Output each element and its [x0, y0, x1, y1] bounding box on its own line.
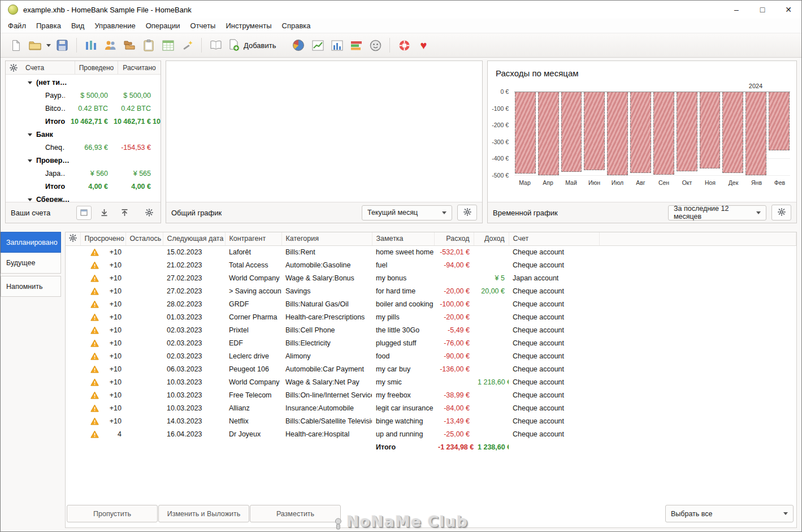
statistics-report-button[interactable] [289, 36, 308, 55]
account-row[interactable]: Итого10 462,71 €10 462,71 €10 [6, 115, 161, 128]
manage-payees-button[interactable] [101, 36, 120, 55]
menu-item[interactable]: Файл [3, 19, 31, 32]
next-date-cell: 10.03.2023 [163, 388, 225, 401]
manage-accounts-button[interactable] [81, 36, 101, 55]
scheduled-row[interactable]: +1027.02.2023World CompanyWage & Salary:… [66, 271, 796, 284]
column-header[interactable]: Заметка [372, 232, 434, 245]
menu-item[interactable]: Правка [31, 19, 66, 32]
close-button[interactable]: ✕ [775, 1, 801, 19]
manage-categories-button[interactable] [120, 36, 139, 55]
account-group-row[interactable]: Сбереж… [6, 193, 161, 202]
next-date-cell: 01.03.2023 [163, 310, 225, 323]
side-tab[interactable]: Будущее [1, 253, 61, 274]
maximize-button[interactable]: □ [749, 1, 775, 19]
scheduled-row[interactable]: +1006.03.2023Peugeot 106Automobile:Car P… [66, 362, 796, 375]
show-account-window-button[interactable] [76, 206, 92, 220]
overview-range-select[interactable]: Текущий месяц [362, 205, 452, 220]
income-cell [474, 388, 509, 401]
add-transaction-button[interactable]: Добавить [226, 36, 279, 55]
column-header[interactable]: Контрагент [225, 232, 281, 245]
expander-icon[interactable] [28, 133, 32, 139]
expander-icon[interactable] [28, 159, 32, 165]
scheduled-row[interactable]: 416.04.2023Dr JoyeuxHealth-care:Hospital… [66, 427, 796, 440]
action-button[interactable]: Разместить [250, 505, 341, 522]
account-group-row[interactable]: Банк [6, 128, 161, 141]
open-recent-dropdown[interactable] [45, 36, 53, 55]
scheduled-row[interactable]: +1015.02.2023LaforêtBills:Renthome sweet… [66, 245, 796, 258]
table-columns-gear-icon[interactable] [69, 236, 77, 244]
expand-all-button[interactable] [97, 206, 112, 220]
save-file-button[interactable] [53, 36, 72, 55]
column-header[interactable]: Просрочено [80, 232, 125, 245]
menu-item[interactable]: Управление [89, 19, 140, 32]
account-row[interactable]: Bitco…0.42 BTC0.42 BTC [6, 102, 161, 115]
account-group-row[interactable]: (нет ти… [6, 76, 161, 89]
scheduled-row[interactable]: +1002.03.2023EDFBills:Electricityplugged… [66, 336, 796, 349]
donate-button[interactable]: ♥ [414, 36, 433, 55]
scheduled-row[interactable]: +1010.03.2023Free TelecomBills:On-line/I… [66, 388, 796, 401]
category-cell: Bills:Cell Phone [281, 323, 372, 336]
minimize-button[interactable]: – [723, 1, 749, 19]
vehicle-cost-report-button[interactable] [366, 36, 385, 55]
account-row[interactable]: Payp…$ 500,00$ 500,00 [6, 89, 161, 102]
accounts-columns-gear-icon[interactable] [6, 64, 21, 72]
overdue-count: +10 [110, 313, 122, 321]
scheduled-row[interactable]: +1021.02.2023Total AccessAutomobile:Gaso… [66, 258, 796, 271]
gear-icon [463, 208, 471, 218]
collapse-all-button[interactable] [117, 206, 132, 220]
account-row[interactable]: Cheq…66,93 €-154,53 € [6, 141, 161, 154]
column-header-cleared[interactable]: Проведено [75, 61, 118, 74]
manage-budget-button[interactable] [158, 36, 177, 55]
balance-report-button[interactable] [327, 36, 346, 55]
side-tab[interactable]: Напомнить [1, 276, 61, 297]
menu-item[interactable]: Справка [277, 19, 316, 32]
side-tab[interactable]: Запланировано [1, 232, 61, 253]
action-button[interactable]: Пропустить [67, 505, 158, 522]
select-all-dropdown[interactable]: Выбрать все [665, 505, 794, 522]
scheduled-row[interactable]: +1028.02.2023GRDFBills:Natural Gas/Oilbo… [66, 297, 796, 310]
column-header[interactable]: Следующая дата [163, 232, 225, 245]
scheduled-row[interactable]: +1027.02.2023> Saving accountSavingsfor … [66, 284, 796, 297]
help-button[interactable] [395, 36, 414, 55]
manage-assignments-button[interactable] [177, 36, 197, 55]
expander-icon[interactable] [28, 81, 32, 86]
accounts-settings-gear-icon[interactable] [145, 209, 153, 217]
next-date-cell: 10.03.2023 [163, 401, 225, 414]
overview-chart-settings-button[interactable] [457, 205, 477, 220]
menu-item[interactable]: Отчеты [185, 19, 221, 32]
show-ledger-button[interactable] [206, 36, 226, 55]
scheduled-row[interactable]: +1010.03.2023AllianzInsurance:Automobile… [66, 401, 796, 414]
action-button[interactable]: Изменить и Выложить [158, 505, 249, 522]
next-date-cell: 02.03.2023 [163, 336, 225, 349]
column-header[interactable]: Счет [509, 232, 599, 245]
column-header-reconciled[interactable]: Расчитано [118, 61, 161, 74]
menu-item[interactable]: Операции [141, 19, 185, 32]
column-header[interactable]: Осталось [125, 232, 163, 245]
column-header[interactable]: Расход [434, 232, 474, 245]
new-file-button[interactable] [6, 36, 25, 55]
open-file-button[interactable] [25, 36, 45, 55]
column-header[interactable]: Доход [474, 232, 509, 245]
menu-item[interactable]: Инструменты [220, 19, 276, 32]
account-row[interactable]: Итого4,00 €4,00 € [6, 180, 161, 193]
account-row[interactable]: Japa…¥ 560¥ 565 [6, 167, 161, 180]
trendtime-report-button[interactable] [308, 36, 327, 55]
column-header[interactable]: Категория [281, 232, 372, 245]
cleared-amount: ¥ 560 [65, 170, 108, 178]
time-range-select[interactable]: За последние 12 месяцев [668, 205, 766, 220]
account-group-row[interactable]: Провер… [6, 154, 161, 167]
scheduled-row[interactable]: +1010.03.2023World CompanyWage & Salary:… [66, 375, 796, 388]
overdue-cell: +10 [80, 349, 125, 362]
budget-report-button[interactable] [346, 36, 366, 55]
scheduled-row[interactable]: +1002.03.2023PrixtelBills:Cell Phonethe … [66, 323, 796, 336]
scheduled-row[interactable]: +1014.03.2023NetflixBills:Cable/Satellit… [66, 414, 796, 427]
payee-cell: Peugeot 106 [225, 362, 281, 375]
menu-item[interactable]: Вид [66, 19, 90, 32]
column-header-accounts[interactable]: Счета [21, 64, 75, 72]
reconciled-amount: ¥ 565 [108, 170, 151, 178]
scheduled-row[interactable]: +1002.03.2023Leclerc driveAlimonyfood-90… [66, 349, 796, 362]
time-chart-settings-button[interactable] [771, 205, 791, 220]
scheduled-row[interactable]: +1001.03.2023Corner PharmaHealth-care:Pr… [66, 310, 796, 323]
manage-scheduled-button[interactable] [139, 36, 158, 55]
payee-cell: Allianz [225, 401, 281, 414]
